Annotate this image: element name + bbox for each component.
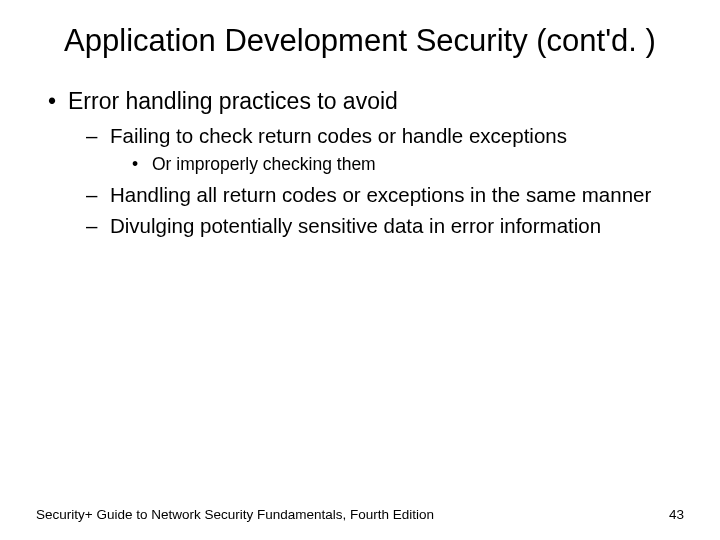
slide-footer: Security+ Guide to Network Security Fund… <box>36 507 684 522</box>
page-number: 43 <box>669 507 684 522</box>
footer-text: Security+ Guide to Network Security Fund… <box>36 507 434 522</box>
slide: Application Development Security (cont'd… <box>0 0 720 540</box>
slide-title: Application Development Security (cont'd… <box>36 22 684 61</box>
bullet-level3: Or improperly checking them <box>44 153 684 176</box>
slide-content: Error handling practices to avoid Failin… <box>36 87 684 240</box>
bullet-level2: Handling all return codes or exceptions … <box>44 182 684 209</box>
bullet-level1: Error handling practices to avoid <box>44 87 684 117</box>
bullet-level2: Failing to check return codes or handle … <box>44 123 684 150</box>
bullet-level2: Divulging potentially sensitive data in … <box>44 213 684 240</box>
